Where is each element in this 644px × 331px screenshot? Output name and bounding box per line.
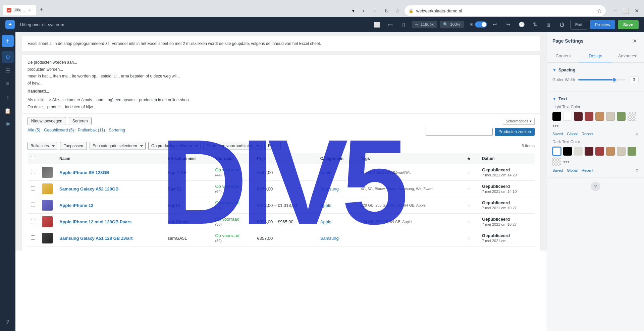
home-button[interactable]: ⌂ [393,6,402,15]
panel-close-button[interactable]: ✕ [631,37,639,45]
gutter-value[interactable]: 3 [629,76,639,83]
dark-global-tab[interactable]: Global [567,168,578,173]
minimize-button[interactable]: ─ [610,6,620,15]
theme-toggle-switch[interactable] [475,21,487,27]
product-name-link-3[interactable]: Apple iPhone 12 mini 128GB Paars [59,219,131,224]
sidebar-portability-button[interactable]: ↕ [2,91,14,103]
text-section-header[interactable]: ▼ Text [552,96,639,101]
new-tab-button[interactable]: + [37,5,46,14]
trash-button[interactable]: 🗑 [543,19,554,30]
star-button-0[interactable]: ☆ [467,170,471,175]
history-button[interactable]: 🕐 [517,19,527,30]
address-bar[interactable]: 🔒 webwerkplaats-demo.nl ☆ [405,5,606,16]
dark-swatch-sage[interactable] [628,147,636,156]
product-checkbox-1[interactable] [31,186,35,190]
sort-button[interactable]: Sorteren [69,117,92,125]
filter-tab-prullenbak[interactable]: Prullenbak (11) [78,128,105,136]
stock-filter-select[interactable]: Filteren op voorraadstatus [203,142,262,150]
dark-color-settings-icon[interactable]: ⚙ [635,168,639,173]
dark-more-colors-button[interactable]: ••• [563,159,570,166]
dark-swatch-white-selected[interactable] [552,147,561,156]
light-global-tab[interactable]: Global [567,132,578,136]
tab-design[interactable]: Design [579,50,611,62]
dark-swatch-black[interactable] [563,147,572,156]
sidebar-layout-button[interactable]: ☰ [2,64,14,76]
more-colors-button[interactable]: ••• [552,123,559,130]
star-button-3[interactable]: ☆ [467,219,471,224]
power-button[interactable]: ⏻ [557,19,568,30]
dark-swatch-lighttan[interactable] [617,147,626,156]
color-swatch-white[interactable] [563,112,572,121]
product-checkbox-4[interactable] [31,235,35,240]
sidebar-history-button[interactable]: 📋 [2,105,14,117]
dark-recent-tab[interactable]: Recent [582,168,593,173]
maximize-button[interactable]: ⬜ [621,6,631,15]
product-name-link-4[interactable]: Samsung Galaxy A51 128 GB Zwart [59,236,132,241]
tablet-view-button[interactable]: ▭ [385,19,396,30]
category-link-4[interactable]: Samsung [320,236,339,241]
category-link-1[interactable]: Samsung [320,186,339,191]
forward-button[interactable]: › [370,6,380,15]
layout-button[interactable]: ⇅ [530,19,541,30]
undo-button[interactable]: ↩ [490,19,500,30]
sidebar-finder-button[interactable]: ✱ [2,118,14,130]
color-swatch-sage[interactable] [617,112,626,121]
product-name-link-1[interactable]: Samsung Galaxy A52 128GB [59,186,119,191]
add-element-button[interactable]: + [2,35,14,47]
product-checkbox-3[interactable] [31,219,35,223]
product-checkbox-2[interactable] [31,203,35,207]
star-button-2[interactable]: ☆ [467,203,471,208]
color-swatch-tan[interactable] [595,112,604,121]
product-search-button[interactable]: Producten zoeken [495,128,535,136]
color-swatch-checkered[interactable] [628,112,636,121]
bookmark-button[interactable]: ☆ [597,8,602,14]
product-type-filter-select[interactable]: Op producttype filteren [148,142,201,150]
exit-button[interactable]: Exit [570,20,588,30]
category-link-0[interactable]: Apple [320,170,331,175]
gutter-slider-thumb[interactable] [612,77,616,82]
sidebar-help-button[interactable]: ? [2,316,14,328]
product-name-link-0[interactable]: Apple iPhone SE 128GB [59,170,109,175]
light-saved-tab[interactable]: Saved [552,132,563,136]
product-checkbox-0[interactable] [31,170,35,174]
spacing-section-header[interactable]: ▼ Spacing [552,67,639,72]
dark-swatch-lightgray[interactable] [574,147,583,156]
dark-swatch-darkred[interactable] [585,147,593,156]
active-tab[interactable]: W Uitle... × [3,5,36,15]
sidebar-search-button[interactable]: ≡ [2,78,14,90]
help-button[interactable]: ? [591,182,600,191]
close-button[interactable]: ✕ [632,6,641,15]
filter-button[interactable]: Filter [264,142,281,150]
dark-swatch-checkered[interactable] [552,158,561,166]
back-button[interactable]: ‹ [359,6,368,15]
screen-options-button[interactable]: Schermopties ▾ [503,118,535,125]
select-all-checkbox[interactable] [31,156,35,160]
light-recent-tab[interactable]: Recent [582,132,593,136]
zoom-display[interactable]: 🔍 100% [440,21,464,28]
reload-button[interactable]: ↻ [382,6,391,15]
viewport-size-display[interactable]: ⇔ 1196px [412,21,437,28]
color-swatch-medred[interactable] [585,112,593,121]
bulk-actions-select[interactable]: Bulkacties [28,142,57,150]
color-swatch-black[interactable] [552,112,561,121]
category-link-3[interactable]: Apple [320,219,331,224]
desktop-view-button[interactable]: ⬜ [372,19,382,30]
star-button-4[interactable]: ☆ [467,235,471,241]
category-filter-select[interactable]: Een categorie selecteren [90,142,146,150]
category-link-2[interactable]: Apple [320,203,331,208]
color-swatch-darkred[interactable] [574,112,583,121]
save-button[interactable]: Save [618,20,639,29]
tabs-dropdown-button[interactable]: ▾ [350,7,357,14]
new-product-button[interactable]: Nieuw toevoegen [28,117,66,125]
star-button-1[interactable]: ☆ [467,186,471,191]
product-search-input[interactable] [426,128,493,136]
filter-tab-alle[interactable]: Alle (5) [28,128,40,136]
apply-button[interactable]: Toepassen [60,142,87,150]
filter-tab-sortering[interactable]: Sortering [109,128,125,136]
sidebar-settings-button[interactable]: ⚙ [2,51,14,63]
tab-advanced[interactable]: Advanced [612,50,644,62]
dark-saved-tab[interactable]: Saved [552,168,563,173]
dark-swatch-tan[interactable] [606,147,615,156]
tab-content[interactable]: Content [547,50,579,62]
mobile-view-button[interactable]: ▯ [398,19,409,30]
